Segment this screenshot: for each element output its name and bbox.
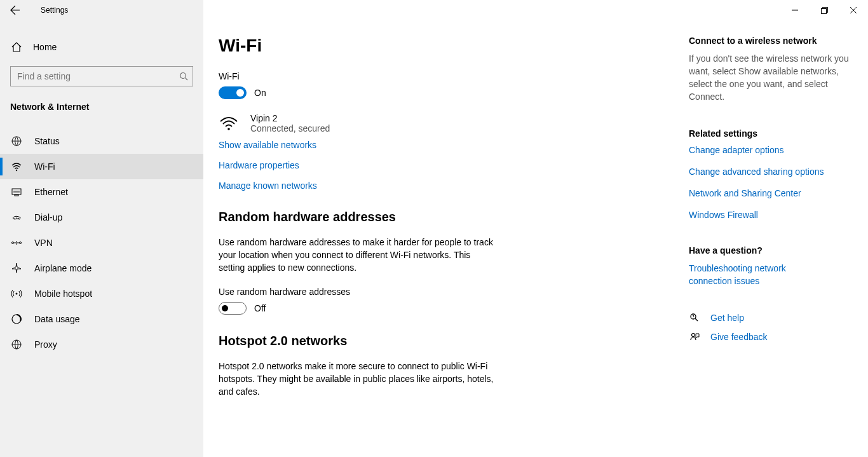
sidebar-item-status[interactable]: Status [0, 128, 203, 154]
search-box[interactable] [10, 66, 193, 86]
connect-text: If you don't see the wireless network yo… [689, 52, 851, 103]
change-sharing-link[interactable]: Change advanced sharing options [689, 167, 824, 177]
show-available-networks-link[interactable]: Show available networks [219, 140, 316, 150]
svg-point-10 [20, 242, 22, 244]
maximize-button[interactable] [810, 0, 839, 20]
sidebar-item-ethernet[interactable]: Ethernet [0, 179, 203, 205]
sidebar-item-label: Proxy [34, 339, 57, 350]
wifi-icon [10, 160, 23, 173]
sidebar-item-hotspot[interactable]: Mobile hotspot [0, 281, 203, 306]
sidebar-item-label: Status [34, 136, 60, 146]
close-icon [850, 7, 857, 13]
svg-point-9 [12, 242, 14, 244]
random-hw-heading: Random hardware addresses [219, 210, 676, 224]
search-input[interactable] [10, 66, 193, 86]
get-help-link[interactable]: Get help [710, 313, 744, 323]
feedback-icon [689, 332, 700, 342]
arrow-left-icon [10, 5, 20, 15]
wifi-toggle[interactable] [219, 86, 247, 99]
random-hw-description: Use random hardware addresses to make it… [219, 236, 498, 274]
home-label: Home [33, 42, 57, 52]
sidebar-item-label: Airplane mode [34, 263, 92, 273]
give-feedback-link[interactable]: Give feedback [710, 332, 768, 342]
help-icon [689, 313, 700, 323]
airplane-icon [10, 262, 23, 275]
svg-rect-0 [821, 8, 826, 13]
sidebar-item-wifi[interactable]: Wi-Fi [0, 154, 203, 179]
close-button[interactable] [839, 0, 868, 20]
windows-firewall-link[interactable]: Windows Firewall [689, 210, 758, 220]
svg-rect-5 [15, 194, 18, 196]
question-heading: Have a question? [689, 245, 851, 256]
proxy-icon [10, 338, 23, 351]
sidebar-item-dialup[interactable]: Dial-up [0, 205, 203, 230]
hotspot-icon [10, 287, 23, 300]
random-hw-toggle-state: Off [254, 303, 266, 313]
sidebar-item-datausage[interactable]: Data usage [0, 306, 203, 332]
svg-point-7 [16, 217, 17, 218]
svg-point-11 [16, 293, 18, 295]
sidebar-item-airplane[interactable]: Airplane mode [0, 256, 203, 281]
window-controls [780, 0, 868, 20]
maximize-icon [821, 7, 828, 14]
sidebar: Home Network & Internet Status Wi-Fi E [0, 20, 203, 457]
minimize-button[interactable] [780, 0, 810, 20]
sidebar-item-label: Mobile hotspot [34, 289, 92, 299]
dialup-icon [10, 211, 23, 224]
connect-heading: Connect to a wireless network [689, 36, 851, 46]
back-button[interactable] [0, 0, 31, 20]
svg-point-14 [227, 128, 230, 130]
wifi-signal-icon [219, 116, 239, 131]
svg-point-3 [16, 170, 17, 171]
status-icon [10, 135, 23, 147]
home-nav[interactable]: Home [0, 34, 203, 60]
svg-point-8 [18, 218, 18, 219]
random-hw-toggle[interactable] [219, 302, 247, 315]
sidebar-item-label: Dial-up [34, 212, 62, 222]
hotspot-heading: Hotspot 2.0 networks [219, 334, 676, 348]
page-title: Wi-Fi [219, 36, 676, 56]
network-name: Vipin 2 [250, 113, 330, 123]
ethernet-icon [10, 186, 23, 198]
data-usage-icon [10, 313, 23, 325]
window-title: Settings [41, 6, 68, 15]
sidebar-item-proxy[interactable]: Proxy [0, 332, 203, 357]
sidebar-item-label: Ethernet [34, 187, 68, 197]
minimize-icon [792, 7, 798, 13]
wifi-section-label: Wi-Fi [219, 71, 676, 81]
random-hw-toggle-label: Use random hardware addresses [219, 287, 676, 297]
sidebar-item-label: Wi-Fi [34, 161, 55, 172]
related-heading: Related settings [689, 128, 851, 139]
wifi-toggle-state: On [254, 88, 266, 98]
current-network[interactable]: Vipin 2 Connected, secured [219, 111, 676, 140]
network-status: Connected, secured [250, 123, 330, 133]
manage-known-networks-link[interactable]: Manage known networks [219, 181, 317, 191]
svg-point-17 [692, 334, 695, 337]
sidebar-item-vpn[interactable]: VPN [0, 230, 203, 256]
sidebar-item-label: Data usage [34, 314, 80, 324]
network-sharing-center-link[interactable]: Network and Sharing Center [689, 188, 801, 198]
svg-point-16 [693, 318, 694, 318]
sidebar-item-label: VPN [34, 238, 53, 248]
svg-point-6 [14, 218, 15, 219]
troubleshooting-link[interactable]: Troubleshooting network connection issue… [689, 262, 829, 287]
hardware-properties-link[interactable]: Hardware properties [219, 160, 299, 170]
home-icon [10, 41, 23, 53]
vpn-icon [10, 236, 23, 249]
hotspot-description: Hotspot 2.0 networks make it more secure… [219, 360, 498, 398]
titlebar: Settings [0, 0, 868, 20]
change-adapter-link[interactable]: Change adapter options [689, 145, 783, 155]
category-label: Network & Internet [0, 95, 203, 119]
